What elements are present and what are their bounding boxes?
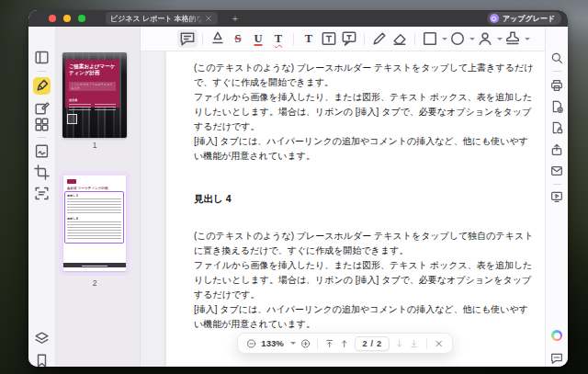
paragraph: ファイルから画像を挿入したり、または図形、テキスト ボックス、表を追加したりした… xyxy=(194,90,534,134)
print-icon[interactable] xyxy=(549,78,564,93)
document-tab[interactable]: ビジネス レポート 本格的なデ xyxy=(106,12,218,25)
divider xyxy=(364,33,365,45)
callout-icon[interactable] xyxy=(339,29,359,48)
protect-icon[interactable] xyxy=(549,120,564,135)
cover-company: 会社名 xyxy=(69,98,116,102)
share-icon[interactable] xyxy=(549,142,564,157)
search-icon[interactable] xyxy=(549,51,564,65)
paragraph: (このテキストのような) プレースホルダー テキストをタップして独自のテキストに… xyxy=(194,229,534,258)
divider xyxy=(553,71,561,72)
email-icon[interactable] xyxy=(549,164,564,178)
last-page-icon[interactable] xyxy=(409,337,419,350)
cover-subtitle: ここにサブタイトルのテキストを入力 xyxy=(69,82,116,91)
page-separator: / xyxy=(371,339,374,348)
document-canvas: (このテキストのような) プレースホルダー テキストをタップして上書きするだけで… xyxy=(141,51,546,367)
document-page: (このテキストのような) プレースホルダー テキストをタップして上書きするだけで… xyxy=(166,51,546,367)
close-window-button[interactable] xyxy=(49,15,56,22)
page-2-number: 2 xyxy=(62,278,127,288)
page-2-thumbnail-selected[interactable]: 会社名 マーケティング計画 見出し 3 見出し 4 xyxy=(59,171,130,276)
cover-title: ご提案およびマーケティング計画 xyxy=(69,63,116,76)
divider xyxy=(38,71,46,72)
visible-area-indicator[interactable] xyxy=(64,191,124,244)
page-2-preview: 会社名 マーケティング計画 見出し 3 見出し 4 xyxy=(63,176,126,271)
page-indicator[interactable]: 2 / 2 xyxy=(355,336,390,351)
previous-page-icon[interactable] xyxy=(339,337,349,350)
tab-close-icon[interactable] xyxy=(204,14,213,23)
highlighter-icon[interactable] xyxy=(208,29,228,48)
ocr-icon[interactable] xyxy=(33,185,51,202)
divider xyxy=(414,33,415,45)
note-icon[interactable] xyxy=(177,29,198,48)
zoom-in-icon[interactable] xyxy=(300,337,311,350)
left-toolbar xyxy=(28,27,56,367)
titlebar: ビジネス レポート 本格的なデ + アップグレード xyxy=(28,10,568,27)
save-as-icon[interactable] xyxy=(549,99,564,114)
current-page: 2 xyxy=(363,339,368,348)
minimize-window-button[interactable] xyxy=(63,15,71,22)
document-text: (このテキストのような) プレースホルダー テキストをタップして上書きするだけで… xyxy=(166,51,546,332)
organize-pages-icon[interactable] xyxy=(33,116,51,133)
cover-logo xyxy=(67,114,77,124)
page-1-number: 1 xyxy=(62,141,127,150)
sign-icon[interactable] xyxy=(33,142,51,160)
tab-title: ビジネス レポート 本格的なデ xyxy=(110,14,204,24)
shape-rect-icon[interactable] xyxy=(420,29,440,48)
reader-icon[interactable] xyxy=(33,49,51,66)
total-pages: 2 xyxy=(377,339,381,348)
document-heading: 見出し 4 xyxy=(194,191,534,206)
cover-text-lines xyxy=(69,104,116,110)
slideshow-icon[interactable] xyxy=(549,189,564,204)
squiggly-icon[interactable]: T xyxy=(268,29,288,48)
divider xyxy=(553,184,561,185)
page-1-thumbnail[interactable]: ご提案およびマーケティング計画 ここにサブタイトルのテキストを入力 会社名 xyxy=(62,52,127,138)
divider xyxy=(317,338,318,349)
close-navigation-icon[interactable] xyxy=(434,337,444,350)
upgrade-label: アップグレード xyxy=(503,14,555,24)
bookmark-icon[interactable] xyxy=(33,352,51,367)
paragraph: [挿入] タブには、ハイパーリンクの追加やコメントの挿入など、他にも使いやすい機… xyxy=(194,134,534,164)
paragraph: [挿入] タブには、ハイパーリンクの追加やコメントの挿入など、他にも使いやすい機… xyxy=(194,302,534,332)
app-window: ビジネス レポート 本格的なデ + アップグレード xyxy=(28,10,568,367)
feedback-icon[interactable] xyxy=(549,351,564,366)
annotation-toolbar: S U T T xyxy=(141,27,546,51)
chevron-down-icon[interactable] xyxy=(525,38,530,40)
traffic-lights xyxy=(49,15,85,22)
upgrade-button[interactable]: アップグレード xyxy=(487,12,561,25)
paragraph: ファイルから画像を挿入したり、または図形、テキスト ボックス、表を追加したりした… xyxy=(194,258,534,302)
divider xyxy=(38,137,46,138)
cover-title-block: ご提案およびマーケティング計画 ここにサブタイトルのテキストを入力 会社名 xyxy=(65,60,120,108)
crop-pages-icon[interactable] xyxy=(33,164,51,181)
strikethrough-icon[interactable]: S xyxy=(228,29,248,48)
zoom-dropdown-icon[interactable] xyxy=(290,342,296,345)
first-page-icon[interactable] xyxy=(324,337,334,350)
window-content: ご提案およびマーケティング計画 ここにサブタイトルのテキストを入力 会社名 1 … xyxy=(28,27,568,367)
fullscreen-window-button[interactable] xyxy=(78,15,85,22)
edit-pdf-icon[interactable] xyxy=(33,99,51,117)
thumb-heading: 会社名 マーケティング計画 xyxy=(67,187,108,190)
zoom-level[interactable]: 133% xyxy=(261,338,283,348)
shape-ellipse-icon[interactable] xyxy=(447,29,468,48)
new-tab-button[interactable]: + xyxy=(229,12,242,25)
zoom-out-icon[interactable] xyxy=(246,337,256,350)
thumb-footer-bar xyxy=(63,263,126,267)
signature-icon[interactable] xyxy=(475,29,495,48)
upgrade-icon xyxy=(490,14,499,23)
ai-assistant-icon[interactable] xyxy=(549,328,564,343)
thumb-tag xyxy=(67,179,76,184)
pencil-icon[interactable] xyxy=(369,29,390,48)
text-box-icon[interactable] xyxy=(319,29,339,48)
batch-icon[interactable] xyxy=(33,330,51,347)
next-page-icon[interactable] xyxy=(394,337,404,350)
text-icon[interactable]: T xyxy=(299,29,319,48)
underline-icon[interactable]: U xyxy=(248,29,268,48)
annotate-marker-icon[interactable] xyxy=(33,77,51,95)
paragraph: (このテキストのような) プレースホルダー テキストをタップして上書きするだけで… xyxy=(194,61,534,90)
divider xyxy=(426,338,427,349)
divider xyxy=(293,33,294,45)
divider xyxy=(202,33,203,45)
eraser-icon[interactable] xyxy=(390,29,410,48)
thumbnail-panel: ご提案およびマーケティング計画 ここにサブタイトルのテキストを入力 会社名 1 … xyxy=(56,27,141,367)
page-navigation-bar: 133% 2 / 2 xyxy=(237,333,453,354)
stamp-icon[interactable] xyxy=(503,29,523,48)
main-area: S U T T (このテキストのような) プレースホルダー xyxy=(141,27,546,367)
